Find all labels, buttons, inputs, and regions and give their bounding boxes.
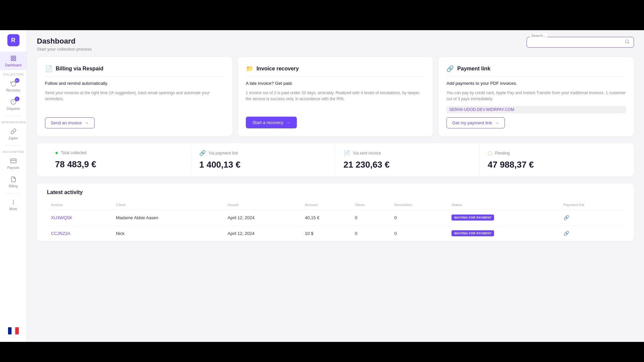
sent-invoice-stat-value: 21 230,63 € xyxy=(343,160,471,170)
recovery-badge: 53 xyxy=(15,78,19,83)
billing-card: 📄 Billing via Respaid Follow and remind … xyxy=(37,57,232,136)
start-recovery-label: Start a recovery xyxy=(253,120,283,125)
row1-amount: 40,15 € xyxy=(301,210,351,226)
arrow-icon-3: → xyxy=(495,120,499,125)
payment-link-card-divider xyxy=(446,76,626,77)
col-status: Status xyxy=(447,200,559,210)
billing-card-main-text: Follow and remind automatically. xyxy=(45,81,224,86)
pending-stat-value: 47 988,37 € xyxy=(488,160,616,170)
svg-rect-0 xyxy=(11,56,13,58)
recovery-card: 📁 Invoice recovery A late invoice? Get p… xyxy=(238,57,433,136)
sidebar-item-payouts-label: Payouts xyxy=(7,166,19,170)
recovery-card-divider xyxy=(246,76,425,77)
payouts-icon xyxy=(9,157,17,165)
row2-payment-link[interactable]: 🔗 xyxy=(559,226,624,241)
page-title: Dashboard xyxy=(37,37,92,46)
accounting-section-label: ACCOUNTING xyxy=(0,147,26,154)
row1-status: WAITING FOR PAYMENT xyxy=(447,210,559,226)
disputes-icon: 1 xyxy=(9,98,17,106)
more-icon xyxy=(9,198,17,206)
col-client: Client xyxy=(112,200,224,210)
row1-invoice[interactable]: XU3WQ5K xyxy=(47,210,112,226)
row2-invoice[interactable]: CCJN22A xyxy=(47,226,112,241)
sidebar-divider-1 xyxy=(5,116,21,116)
table-header-row: Invoice Client Issued Amount Views Remin… xyxy=(47,200,624,210)
payment-link-card-main-text: Add payments to your PDF invoices. xyxy=(446,81,626,86)
send-invoice-label: Send an invoice xyxy=(51,120,82,125)
page-header: Dashboard Start your collection process … xyxy=(27,30,644,57)
recovery-card-icon: 📁 xyxy=(246,65,253,72)
stat-pending: ◌ Pending 47 988,37 € xyxy=(480,143,624,177)
sidebar-item-recovery-label: Recovery xyxy=(6,88,20,93)
search-icon xyxy=(625,39,630,45)
zapier-icon xyxy=(9,127,17,135)
sidebar-item-dashboard-label: Dashboard xyxy=(5,63,21,67)
activity-table: Invoice Client Issued Amount Views Remin… xyxy=(47,200,624,241)
language-flag[interactable] xyxy=(8,327,19,338)
payment-link-url: SERHII-UDOD.DEV.WIDRPAY.COM xyxy=(446,106,626,113)
arrow-icon-2: → xyxy=(286,120,290,125)
row2-issued: April 12, 2024 xyxy=(224,226,301,241)
col-reminders: Reminders xyxy=(390,200,448,210)
billing-icon xyxy=(9,175,17,183)
main-content: Dashboard Start your collection process … xyxy=(27,30,644,342)
payment-link-card-desc: You can pay by credit card, Apple Pay an… xyxy=(446,90,626,102)
dashboard-icon xyxy=(9,54,17,62)
stat-total-collected: ● Total collected 78 483,9 € xyxy=(47,143,191,177)
get-payment-link-button[interactable]: Get my payment link → xyxy=(446,117,505,128)
payment-link-card-title: Payment link xyxy=(457,66,490,72)
bottom-bar xyxy=(0,342,644,362)
stat-via-sent-invoice: 📄 Via sent invoice 21 230,63 € xyxy=(335,143,480,177)
pending-stat-label: Pending xyxy=(495,151,510,156)
total-collected-icon: ● xyxy=(55,150,58,156)
payment-link-stat-icon: 🔗 xyxy=(199,150,206,156)
stat-total-label-row: ● Total collected xyxy=(55,150,183,156)
stats-row: ● Total collected 78 483,9 € 🔗 Via payme… xyxy=(37,143,634,177)
billing-card-desc: Send your invoices at the right time (IA… xyxy=(45,90,224,102)
sidebar-item-zapier-label: Zapier xyxy=(8,136,18,140)
search-label: Search... xyxy=(530,34,547,38)
row1-link-icon[interactable]: 🔗 xyxy=(564,215,569,220)
sidebar-item-zapier[interactable]: Zapier xyxy=(0,125,26,143)
stat-via-payment-link: 🔗 Via payment link 1 400,13 € xyxy=(191,143,335,177)
row2-amount: 10 $ xyxy=(301,226,351,241)
row2-reminders: 0 xyxy=(390,226,448,241)
sidebar-item-more[interactable]: More xyxy=(0,195,26,214)
send-invoice-button[interactable]: Send an invoice → xyxy=(45,117,95,128)
header-text: Dashboard Start your collection process xyxy=(37,37,92,52)
search-box[interactable]: Search... xyxy=(527,37,634,48)
sidebar-item-recovery[interactable]: 53 Recovery xyxy=(0,77,26,95)
search-input[interactable] xyxy=(531,40,622,45)
svg-rect-13 xyxy=(11,327,15,334)
sidebar-item-disputes[interactable]: 1 Disputes xyxy=(0,95,26,114)
svg-rect-2 xyxy=(11,59,13,61)
svg-point-9 xyxy=(13,200,14,201)
svg-line-16 xyxy=(628,43,629,44)
arrow-icon: → xyxy=(85,120,89,125)
payment-link-card-header: 🔗 Payment link xyxy=(446,65,626,72)
row1-reminders: 0 xyxy=(390,210,448,226)
billing-card-title: Billing via Respaid xyxy=(56,66,103,72)
svg-point-10 xyxy=(13,202,14,202)
sidebar-item-payouts[interactable]: Payouts xyxy=(0,154,26,173)
sidebar-item-billing[interactable]: Billing xyxy=(0,173,26,191)
sidebar: R Dashboard COLLECTION 53 Recovery 1 xyxy=(0,30,27,342)
billing-card-header: 📄 Billing via Respaid xyxy=(45,65,224,72)
search-wrapper: Search... xyxy=(527,37,634,48)
disputes-badge: 1 xyxy=(15,97,19,101)
pending-stat-icon: ◌ xyxy=(488,150,492,156)
sidebar-divider-2 xyxy=(5,145,21,145)
sidebar-divider-3 xyxy=(5,193,21,193)
col-payment-link: Payment link xyxy=(559,200,624,210)
recovery-card-desc: 1 invoice out of 2 is paid under 20 days… xyxy=(246,90,425,102)
payment-link-stat-value: 1 400,13 € xyxy=(199,160,327,170)
col-views: Views xyxy=(351,200,390,210)
integrations-section-label: INTEGRATIONS xyxy=(0,118,26,125)
collection-section-label: COLLECTION xyxy=(0,70,26,77)
app-logo[interactable]: R xyxy=(7,34,19,46)
svg-point-11 xyxy=(13,204,14,204)
row1-payment-link[interactable]: 🔗 xyxy=(559,210,624,226)
sidebar-item-dashboard[interactable]: Dashboard xyxy=(0,52,26,70)
row2-link-icon[interactable]: 🔗 xyxy=(564,231,569,236)
start-recovery-button[interactable]: Start a recovery → xyxy=(246,117,297,128)
